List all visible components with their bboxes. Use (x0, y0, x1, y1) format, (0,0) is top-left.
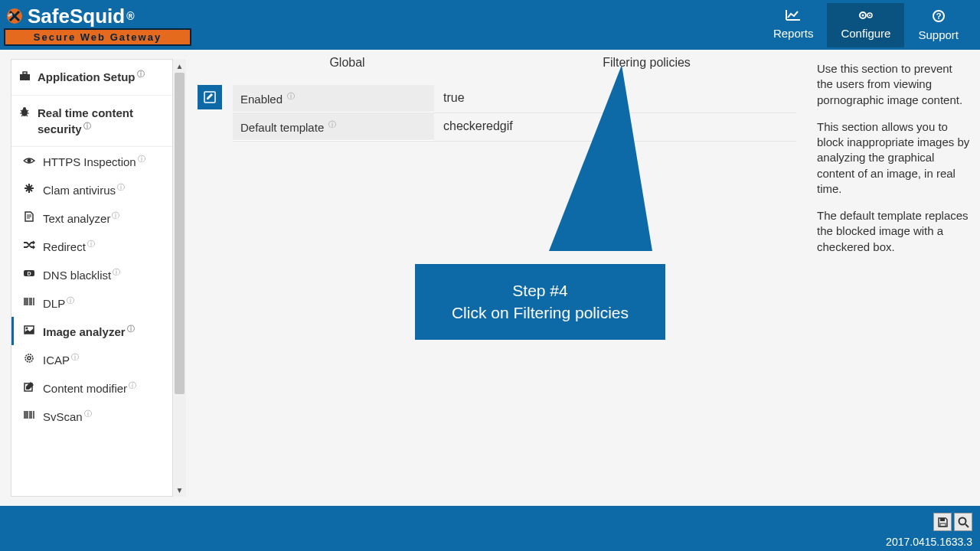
image-icon (23, 324, 35, 337)
nav-support-label: Support (918, 28, 959, 41)
config-row: Enabled ⓘ true Default template ⓘ checke… (198, 85, 796, 142)
bug-icon (19, 106, 31, 122)
sidebar-scrollbar[interactable]: ▲ ▼ (173, 59, 186, 497)
sidebar-section-realtime[interactable]: Real time content securityⓘ (11, 96, 172, 147)
file-icon (23, 211, 35, 224)
sidebar: Application Setupⓘ Real time content sec… (11, 59, 173, 497)
center-panel: Global Filtering policies Enabled ⓘ true… (186, 50, 808, 506)
edit-button[interactable] (198, 85, 222, 109)
sidebar-item-label: HTTPS Inspection (43, 155, 136, 168)
svg-rect-8 (20, 74, 30, 80)
svg-point-24 (959, 517, 965, 524)
sidebar-item-icap[interactable]: ICAPⓘ (11, 345, 172, 373)
help-text: This section allows you to block inappro… (817, 119, 971, 197)
svg-point-17 (25, 354, 33, 362)
content-area: Global Filtering policies Enabled ⓘ true… (186, 50, 980, 506)
sidebar-item-label: Image analyzer (43, 325, 126, 338)
top-nav: Reports Configure ? Support (760, 3, 972, 47)
sidebar-item-redirect[interactable]: Redirectⓘ (11, 232, 172, 260)
scroll-down-icon[interactable]: ▼ (173, 483, 186, 497)
floppy-icon (937, 517, 949, 528)
help-panel: Use this section to prevent the users fr… (808, 50, 980, 506)
nav-support[interactable]: ? Support (904, 3, 972, 47)
info-icon: ⓘ (129, 381, 136, 390)
version-label: 2017.0415.1633.3 (886, 536, 972, 548)
asterisk-icon (23, 183, 35, 196)
info-icon: ⓘ (112, 211, 119, 220)
main-area: Application Setupⓘ Real time content sec… (0, 50, 980, 506)
nav-configure-label: Configure (841, 27, 890, 40)
config-table: Enabled ⓘ true Default template ⓘ checke… (233, 85, 796, 142)
info-icon: ⓘ (83, 122, 91, 130)
sidebar-item-svscan[interactable]: SvScanⓘ (11, 402, 172, 430)
logo-tagline: Secure Web Gateway (4, 28, 191, 46)
tab-filtering-policies[interactable]: Filtering policies (497, 50, 796, 77)
sidebar-item-label: ICAP (43, 354, 70, 367)
scroll-thumb[interactable] (175, 73, 185, 394)
logo-icon (4, 5, 25, 27)
nav-reports[interactable]: Reports (760, 3, 828, 47)
sidebar-item-label: Clam antivirus (43, 184, 116, 197)
sidebar-item-text[interactable]: Text analyzerⓘ (11, 204, 172, 232)
search-icon (958, 517, 969, 528)
svg-point-3 (861, 14, 864, 16)
logo-registered: ® (126, 10, 134, 22)
sidebar-section-label: Real time content security (38, 106, 133, 135)
svg-point-11 (23, 107, 26, 110)
sidebar-item-https[interactable]: HTTPS Inspectionⓘ (11, 147, 172, 175)
chart-icon (773, 9, 814, 25)
sidebar-item-clam[interactable]: Clam antivirusⓘ (11, 175, 172, 204)
info-icon: ⓘ (113, 268, 120, 276)
config-line-template: Default template ⓘ checkeredgif (233, 113, 796, 142)
svg-text:D: D (27, 271, 31, 276)
sidebar-container: Application Setupⓘ Real time content sec… (0, 50, 186, 506)
sidebar-item-label: Redirect (43, 240, 86, 253)
help-icon: ? (918, 9, 959, 27)
cogs-icon (841, 9, 890, 25)
tabs: Global Filtering policies (198, 50, 796, 77)
svg-point-18 (28, 357, 31, 360)
tab-global[interactable]: Global (198, 50, 497, 77)
svg-point-16 (26, 328, 28, 330)
header: SafeSquid ® Secure Web Gateway Reports C… (0, 0, 980, 50)
info-icon: ⓘ (137, 70, 145, 78)
sidebar-section-app-setup[interactable]: Application Setupⓘ (11, 60, 172, 96)
config-label: Default template ⓘ (233, 113, 434, 141)
logo: SafeSquid ® Secure Web Gateway (4, 5, 191, 46)
info-icon: ⓘ (127, 324, 135, 333)
barcode-icon (23, 409, 35, 422)
briefcase-icon (19, 70, 31, 86)
footer: 2017.0415.1633.3 (0, 506, 980, 551)
sidebar-item-label: Text analyzer (43, 212, 110, 225)
scroll-up-icon[interactable]: ▲ (173, 59, 186, 73)
sidebar-item-content-modifier[interactable]: Content modifierⓘ (11, 373, 172, 402)
barcode-icon (23, 296, 35, 308)
sidebar-item-label: Content modifier (43, 382, 127, 395)
sidebar-item-label: DLP (43, 297, 65, 310)
logo-text: SafeSquid (28, 5, 125, 28)
sidebar-item-label: SvScan (43, 410, 83, 423)
sidebar-item-label: DNS blacklist (43, 269, 111, 282)
search-button[interactable] (954, 513, 972, 531)
svg-point-5 (869, 15, 871, 16)
svg-point-12 (28, 159, 31, 163)
shuffle-icon (23, 240, 35, 252)
svg-rect-22 (940, 518, 945, 521)
help-text: The default template replaces the blocke… (817, 208, 971, 255)
sidebar-item-dns[interactable]: D DNS blacklistⓘ (11, 260, 172, 289)
footer-icons (933, 513, 972, 531)
save-button[interactable] (933, 513, 952, 531)
pencil-icon (204, 91, 216, 103)
config-label: Enabled ⓘ (233, 85, 434, 112)
sidebar-item-dlp[interactable]: DLPⓘ (11, 289, 172, 317)
gear-icon (23, 353, 35, 366)
eye-icon (23, 155, 35, 167)
sidebar-item-image-analyzer[interactable]: Image analyzerⓘ (11, 317, 172, 345)
svg-rect-9 (23, 72, 27, 74)
nav-reports-label: Reports (773, 27, 814, 40)
nav-configure[interactable]: Configure (827, 3, 904, 47)
info-icon: ⓘ (84, 409, 92, 418)
info-icon: ⓘ (287, 92, 295, 100)
edit-icon (23, 381, 35, 394)
help-text: Use this section to prevent the users fr… (817, 61, 971, 108)
